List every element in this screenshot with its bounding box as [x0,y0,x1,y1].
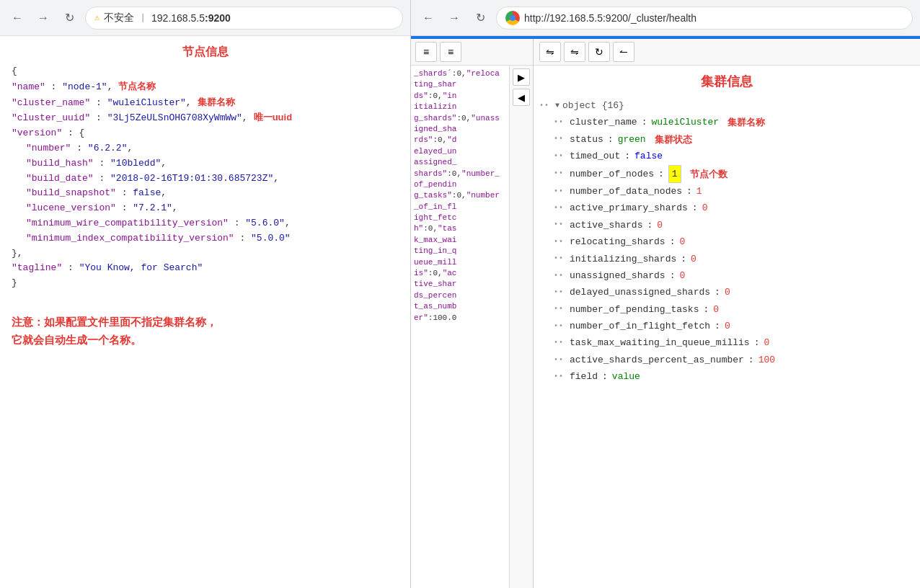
tree-row-timed-out: •• timed_out : false [539,148,914,164]
left-browser-bar: ← → ↻ ⚠ 不安全 | 192.168.5.5:9200 [0,0,410,36]
key-delayed: delayed_unassigned_shards [570,284,710,300]
dots-5: •• [554,185,564,198]
dots-3: •• [554,150,564,163]
right-panel: ← → ↻ http://192.168.5.5:9200/_cluster/h… [411,0,920,588]
val-delayed: 0 [725,284,730,300]
nav-arrows: ▶ ◀ [509,66,533,588]
tree-row-relocating: •• relocating_shards : 0 [539,233,914,250]
key-data-nodes: number_of_data_nodes [570,183,682,200]
right-content-area: ≡ ≡ _shards´:0,"relocating_shards":0,"in… [411,39,920,588]
dots-2: •• [554,133,564,146]
val-status: green [618,131,646,148]
tool-btn-1[interactable]: ⇋ [539,42,561,62]
tool-btn-3[interactable]: ↻ [588,42,610,62]
right-address-bar[interactable]: http://192.168.5.5:9200/_cluster/health [496,6,913,30]
tree-row-delayed: •• delayed_unassigned_shards : 0 [539,284,914,300]
json-tree: •• ▼ object {16} •• cluster_name : wulei… [534,94,920,588]
tree-row-initializing: •• initializing_shards : 0 [539,251,914,267]
middle-panel: ≡ ≡ _shards´:0,"relocating_shards":0,"in… [411,39,534,588]
dots-13: •• [554,320,564,333]
right-browser-bar: ← → ↻ http://192.168.5.5:9200/_cluster/h… [411,0,920,36]
security-icon: ⚠ [94,12,99,23]
code-block: { "name" : "node-1", 节点名称 "cluster_name"… [12,64,399,291]
back-button[interactable]: ← [7,8,27,28]
left-address-bar[interactable]: ⚠ 不安全 | 192.168.5.5:9200 [85,6,403,30]
dots-12: •• [554,303,564,316]
val-shards-percent: 100 [758,352,775,368]
val-initializing: 0 [691,251,696,267]
key-shards-percent: active_shards_percent_as_number [570,352,744,368]
object-label: object {16} [562,97,624,114]
middle-content: _shards´:0,"relocating_shards":0,"initia… [411,66,533,588]
left-port: :9200 [205,12,231,24]
code-line-min-index: "minimum_index_compatibility_version" : … [12,231,399,246]
chrome-icon [505,11,520,25]
dots-6: •• [554,202,564,215]
dots-header: •• [539,99,549,112]
val-pending-tasks: 0 [713,301,719,318]
tree-row-field: •• field : value [539,368,914,385]
dots-15: •• [554,354,564,367]
key-relocating: relocating_shards [570,233,665,250]
right-forward-button[interactable]: → [444,8,464,28]
forward-button[interactable]: → [33,8,53,28]
tree-row-active-shards: •• active_shards : 0 [539,217,914,233]
dots-8: •• [554,236,564,249]
dots-7: •• [554,218,564,231]
code-line-min-wire: "minimum_wire_compatibility_version" : "… [12,216,399,231]
code-line-version: "version" : { [12,126,399,141]
collapse-triangle[interactable]: ▼ [555,99,559,112]
tree-row-in-flight: •• number_of_in_flight_fetch : 0 [539,318,914,334]
right-back-button[interactable]: ← [418,8,438,28]
key-timed-out: timed_out [570,148,620,164]
json-raw-text: _shards´:0,"relocating_shards":0,"initia… [411,66,509,588]
right-refresh-button[interactable]: ↻ [470,8,490,28]
dots-16: •• [554,370,564,383]
note-block: 注意：如果配置文件里面不指定集群名称，它就会自动生成一个名称。 [12,313,399,349]
format-btn-1[interactable]: ≡ [415,42,437,62]
key-active-primary: active_primary_shards [570,200,688,216]
code-line-build-date: "build_date" : "2018-02-16T19:01:30.6857… [12,172,399,187]
key-number-of-nodes: number_of_nodes [570,166,654,182]
arrow-left-btn[interactable]: ◀ [513,89,530,106]
left-ip: 192.168.5.5 [151,12,205,24]
arrow-right-btn[interactable]: ▶ [513,68,530,86]
main-tree-panel: ⇋ ⇋ ↻ ↼ 集群信息 •• ▼ object {16} •• cluster… [534,39,920,588]
val-data-nodes: 1 [696,183,702,200]
code-line-close: } [12,276,399,291]
format-btn-2[interactable]: ≡ [440,42,461,62]
dots-4: •• [554,167,564,180]
code-line-version-close: }, [12,246,399,262]
tool-btn-4[interactable]: ↼ [613,42,634,62]
dots-9: •• [554,252,564,265]
code-line-open: { [12,64,399,79]
key-cluster-name: cluster_name [570,114,637,130]
tree-object-header: •• ▼ object {16} [539,97,914,114]
val-active-primary: 0 [702,200,708,216]
code-line-cluster-uuid: "cluster_uuid" : "3Lj5ZeULSnOHG708XyWmWw… [12,110,399,126]
tree-row-shards-percent: •• active_shards_percent_as_number : 100 [539,352,914,368]
node-info-title: 节点信息 [12,45,399,60]
refresh-button[interactable]: ↻ [59,8,79,28]
left-security-label: 不安全 [104,12,134,24]
code-line-tagline: "tagline" : "You Know, for Search" [12,261,399,276]
code-line-number: "number" : "6.2.2", [12,141,399,156]
key-initializing: initializing_shards [570,251,676,267]
code-line-cluster-name: "cluster_name" : "wuleiCluster", 集群名称 [12,95,399,111]
tree-row-status: •• status : green 集群状态 [539,131,914,148]
tree-row-task-max: •• task_max_waiting_in_queue_millis : 0 [539,334,914,351]
tree-row-data-nodes: •• number_of_data_nodes : 1 [539,183,914,200]
key-field: field [570,368,598,385]
key-pending-tasks: number_of_pending_tasks [570,301,699,318]
pipe-divider: | [140,12,146,23]
dots-14: •• [554,337,564,349]
tool-btn-2[interactable]: ⇋ [564,42,585,62]
key-status: status [570,131,603,148]
cluster-info-title: 集群信息 [534,66,920,94]
dots-1: •• [554,116,564,129]
code-line-lucene: "lucene_version" : "7.2.1", [12,201,399,216]
dots-11: •• [554,286,564,299]
code-line-build-snapshot: "build_snapshot" : false, [12,186,399,201]
tree-row-number-of-nodes: •• number_of_nodes : 1 节点个数 [539,165,914,183]
left-panel: ← → ↻ ⚠ 不安全 | 192.168.5.5:9200 节点信息 { "n… [0,0,411,588]
